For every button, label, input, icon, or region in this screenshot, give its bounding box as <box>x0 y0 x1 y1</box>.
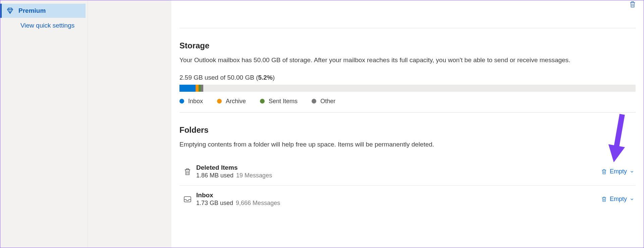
legend-dot <box>312 99 316 104</box>
legend-label: Inbox <box>188 98 203 105</box>
storage-segment-sent-items <box>199 85 201 92</box>
view-quick-settings-link[interactable]: View quick settings <box>0 18 88 33</box>
legend-dot <box>217 99 222 104</box>
empty-button[interactable]: Empty <box>601 168 634 175</box>
folder-meta: 1.73 GB used9,666 Messages <box>196 200 601 207</box>
sidebar-item-premium[interactable]: Premium <box>0 4 86 18</box>
trash-icon <box>601 169 607 175</box>
diamond-icon <box>6 7 14 14</box>
folder-name: Deleted Items <box>196 164 601 171</box>
inbox-icon <box>181 196 194 203</box>
trash-icon <box>181 168 194 176</box>
folder-row: Deleted Items1.86 MB used19 MessagesEmpt… <box>179 158 636 185</box>
chevron-down-icon <box>630 169 634 174</box>
legend-label: Sent Items <box>269 98 298 105</box>
chevron-down-icon <box>630 197 634 202</box>
folder-row: Inbox1.73 GB used9,666 MessagesEmpty <box>179 185 636 213</box>
legend-label: Archive <box>226 98 246 105</box>
storage-usage-line: 2.59 GB used of 50.00 GB (5.2%) <box>179 74 636 81</box>
legend-dot <box>260 99 265 104</box>
trash-icon <box>601 196 607 202</box>
legend-dot <box>179 99 184 104</box>
folders-description: Emptying contents from a folder will hel… <box>179 140 636 149</box>
delete-icon[interactable] <box>629 0 636 10</box>
svg-rect-0 <box>184 197 191 202</box>
storage-description: Your Outlook mailbox has 50.00 GB of sto… <box>179 56 636 65</box>
storage-heading: Storage <box>179 41 636 50</box>
storage-segment-other <box>201 85 203 92</box>
folders-heading: Folders <box>179 125 636 135</box>
legend-label: Other <box>320 98 335 105</box>
settings-main: Storage Your Outlook mailbox has 50.00 G… <box>171 0 644 248</box>
empty-label: Empty <box>610 168 627 175</box>
secondary-panel <box>88 0 171 248</box>
settings-sidebar: Premium View quick settings <box>0 0 88 248</box>
empty-button[interactable]: Empty <box>601 196 634 203</box>
folder-meta: 1.86 MB used19 Messages <box>196 172 601 179</box>
legend-item: Other <box>312 98 335 105</box>
legend-item: Inbox <box>179 98 203 105</box>
folder-name: Inbox <box>196 192 601 199</box>
empty-label: Empty <box>610 196 627 203</box>
legend-item: Sent Items <box>260 98 298 105</box>
storage-segment-archive <box>196 85 199 92</box>
storage-bar <box>179 85 636 92</box>
storage-segment-inbox <box>179 85 196 92</box>
storage-legend: InboxArchiveSent ItemsOther <box>179 98 636 105</box>
legend-item: Archive <box>217 98 246 105</box>
sidebar-item-label: Premium <box>18 7 46 14</box>
